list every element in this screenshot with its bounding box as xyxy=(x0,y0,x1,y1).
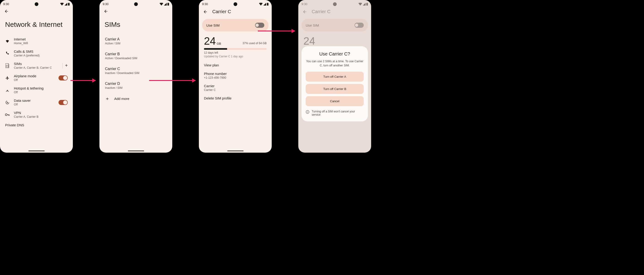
status-time: 9:30 xyxy=(103,2,108,6)
item-label: Hotspot & tethering xyxy=(14,86,68,90)
item-sub: Off xyxy=(14,91,68,94)
sim-label: Carrier C xyxy=(105,67,167,71)
battery-icon xyxy=(366,3,368,6)
item-label: Calls & SMS xyxy=(14,50,68,54)
back-icon[interactable] xyxy=(4,9,9,14)
turn-off-carrier-a-button[interactable]: Turn off Carrier A xyxy=(306,72,364,82)
carrier-item[interactable]: Carrier Carrier C xyxy=(199,82,272,94)
sim-label: Carrier D xyxy=(105,82,167,86)
use-sim-label: Use SIM xyxy=(306,23,319,27)
item-sims[interactable]: SIMs Carrier A, Carrier B, Carrier C + xyxy=(0,60,73,72)
battery-icon xyxy=(68,3,70,6)
delete-sim-item[interactable]: Delete SIM profile xyxy=(199,94,272,102)
nav-handle[interactable] xyxy=(227,150,244,151)
screen-carrier-detail: 9:30 Carrier C Use SIM 24GB 37% used of … xyxy=(199,0,272,153)
wifi-icon xyxy=(160,3,163,6)
item-internet[interactable]: Internet Home_Wifi xyxy=(0,35,73,47)
back-icon[interactable] xyxy=(203,10,208,14)
turn-off-carrier-b-button[interactable]: Turn off Carrier B xyxy=(306,84,364,94)
days-left: 12 days left xyxy=(204,51,266,54)
sim-sub: Inactive / Downloaded SIM xyxy=(105,72,167,75)
sim-sub: Inactive / SIM xyxy=(105,86,167,90)
page-title: SIMs xyxy=(100,16,172,35)
svg-rect-11 xyxy=(367,3,368,3)
svg-rect-14 xyxy=(307,112,308,113)
sim-item-carrier-d[interactable]: Carrier D Inactive / SIM xyxy=(100,79,172,92)
view-plan-item[interactable]: View plan xyxy=(199,61,272,70)
airplane-toggle[interactable] xyxy=(58,76,68,80)
use-sim-toggle xyxy=(354,23,364,28)
item-label: Data saver xyxy=(14,98,54,102)
svg-rect-8 xyxy=(267,3,268,6)
sim-item-carrier-a[interactable]: Carrier A Active / SIM xyxy=(100,35,172,48)
info-icon xyxy=(306,110,310,114)
item-sub: Carrier A (preferred) xyxy=(14,54,68,57)
phone-number-item[interactable]: Phone number +1-123-456-7890 xyxy=(199,70,272,82)
add-sim-icon[interactable]: + xyxy=(65,63,68,68)
camera-cutout xyxy=(134,2,138,6)
item-data-saver[interactable]: Data saver Off xyxy=(0,96,73,108)
plus-icon: ＋ xyxy=(105,96,110,102)
flow-arrow xyxy=(70,80,96,81)
item-sub: Carrier C xyxy=(204,88,266,92)
item-hotspot[interactable]: Hotspot & tethering Off xyxy=(0,84,73,96)
camera-cutout xyxy=(35,2,38,6)
item-label: View plan xyxy=(204,63,266,67)
use-sim-toggle[interactable] xyxy=(255,23,264,28)
screen-sims: 9:30 SIMs Carrier A Active / SIM Carrier… xyxy=(100,0,172,153)
item-sub: +1-123-456-7890 xyxy=(204,76,266,79)
signal-icon xyxy=(64,3,67,6)
item-label: Carrier xyxy=(204,84,266,88)
add-more-button[interactable]: ＋ Add more xyxy=(100,93,172,104)
appbar-title: Carrier C xyxy=(212,9,231,14)
item-label: Delete SIM profile xyxy=(204,96,266,100)
data-progress xyxy=(204,48,266,50)
svg-rect-2 xyxy=(6,65,8,67)
status-time: 9:30 xyxy=(3,2,9,6)
sim-item-carrier-c[interactable]: Carrier C Inactive / Downloaded SIM xyxy=(100,64,172,77)
add-more-label: Add more xyxy=(114,97,129,100)
datasaver-toggle[interactable] xyxy=(58,100,68,105)
item-label: Airplane mode xyxy=(14,74,54,78)
data-amount: 24 xyxy=(204,35,216,47)
svg-point-5 xyxy=(5,114,7,116)
use-carrier-dialog: Use Carrier C? You can use 2 SIMs at a t… xyxy=(302,46,368,122)
svg-rect-9 xyxy=(267,3,268,3)
camera-cutout xyxy=(234,2,237,6)
flow-arrow xyxy=(149,80,196,81)
sim-item-carrier-b[interactable]: Carrier B Active / Downloaded SIM xyxy=(100,50,172,62)
item-sub: Off xyxy=(14,78,54,82)
datasaver-icon xyxy=(5,100,10,104)
item-calls-sms[interactable]: Calls & SMS Carrier A (preferred) xyxy=(0,47,73,60)
item-airplane[interactable]: Airplane mode Off xyxy=(0,72,73,84)
sim-label: Carrier B xyxy=(105,52,167,56)
sim-label: Carrier A xyxy=(105,37,167,42)
sim-sub: Active / SIM xyxy=(105,42,167,45)
back-icon[interactable] xyxy=(104,9,108,14)
wifi-icon xyxy=(5,40,10,43)
screen-network-internet: 9:30 Network & Internet Internet Home_Wi… xyxy=(0,0,73,153)
item-sub: Carrier A, Carrier B xyxy=(14,115,68,118)
item-sub: Off xyxy=(14,103,54,106)
data-unit: GB xyxy=(217,42,221,45)
battery-icon xyxy=(168,3,169,6)
flow-arrow xyxy=(258,30,295,32)
nav-handle[interactable] xyxy=(128,150,144,151)
item-sub: Home_Wifi xyxy=(14,42,68,45)
data-usage-block: 24GB 37% used of 64 GB 12 days left Upda… xyxy=(199,33,272,59)
item-label: Internet xyxy=(14,37,68,41)
nav-handle[interactable] xyxy=(28,150,45,151)
wifi-icon xyxy=(60,3,64,6)
hotspot-icon xyxy=(5,88,10,92)
item-private-dns[interactable]: Private DNS xyxy=(0,121,73,127)
svg-rect-7 xyxy=(168,3,168,3)
dialog-title: Use Carrier C? xyxy=(306,51,364,57)
svg-rect-10 xyxy=(366,3,368,6)
cancel-button[interactable]: Cancel xyxy=(306,96,364,106)
svg-point-13 xyxy=(307,111,308,112)
vpn-icon xyxy=(5,113,10,116)
status-time: 9:30 xyxy=(302,2,307,6)
sim-icon xyxy=(5,63,10,68)
use-sim-card: Use SIM xyxy=(202,19,268,32)
item-vpn[interactable]: VPN Carrier A, Carrier B xyxy=(0,108,73,121)
